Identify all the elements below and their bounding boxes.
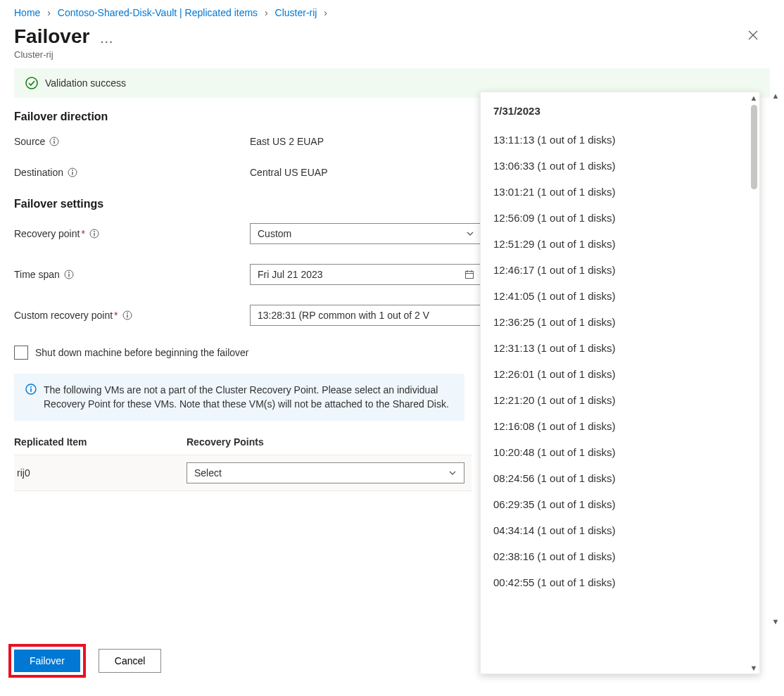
info-icon[interactable] [49, 137, 59, 146]
recovery-point-row-select[interactable]: Select [186, 462, 464, 483]
dropdown-item[interactable]: 12:41:05 (1 out of 1 disks) [493, 283, 755, 309]
time-span-datepicker[interactable]: Fri Jul 21 2023 [250, 264, 482, 285]
recovery-point-row-value: Select [194, 467, 222, 479]
dropdown-item[interactable]: 12:36:25 (1 out of 1 disks) [493, 309, 755, 335]
recovery-point-label: Recovery point [14, 228, 80, 239]
validation-success-text: Validation success [45, 77, 126, 89]
info-icon[interactable] [68, 167, 77, 177]
dropdown-item[interactable]: 12:46:17 (1 out of 1 disks) [493, 257, 755, 283]
required-indicator: * [114, 310, 118, 321]
info-circle-icon [25, 384, 37, 411]
svg-rect-19 [127, 315, 127, 318]
info-banner-text: The following VMs are not a part of the … [44, 384, 453, 411]
destination-label: Destination [14, 167, 63, 178]
table-header-item: Replicated Item [14, 436, 186, 448]
breadcrumb-cluster[interactable]: Cluster-rij [275, 7, 317, 18]
calendar-icon [464, 270, 474, 279]
dropdown-item[interactable]: 02:38:16 (1 out of 1 disks) [493, 543, 755, 569]
dropdown-item[interactable]: 12:31:13 (1 out of 1 disks) [493, 335, 755, 361]
dropdown-list: 13:11:13 (1 out of 1 disks) 13:06:33 (1 … [481, 127, 759, 595]
failover-button-highlight: Failover [8, 644, 86, 678]
svg-rect-13 [466, 272, 474, 279]
cancel-button[interactable]: Cancel [99, 649, 162, 673]
info-icon[interactable] [89, 229, 99, 239]
svg-rect-3 [54, 141, 55, 144]
dropdown-date-header: 7/31/2023 [481, 102, 759, 127]
destination-value: Central US EUAP [250, 167, 327, 178]
dropdown-item[interactable]: 10:20:48 (1 out of 1 disks) [493, 439, 755, 465]
svg-rect-9 [94, 233, 94, 236]
breadcrumb-sep: › [265, 7, 268, 18]
source-label: Source [14, 136, 45, 147]
svg-point-8 [94, 231, 95, 232]
table-cell-item-name: rij0 [14, 467, 186, 479]
dropdown-item[interactable]: 13:01:21 (1 out of 1 disks) [493, 179, 755, 205]
dropdown-item[interactable]: 06:29:35 (1 out of 1 disks) [493, 491, 755, 517]
breadcrumb-sep: › [324, 7, 327, 18]
chevron-down-icon [448, 469, 457, 477]
recovery-point-select[interactable]: Custom [250, 223, 482, 244]
breadcrumb-sep: › [47, 7, 51, 18]
svg-point-0 [26, 77, 37, 89]
page-subtitle: Cluster-rij [0, 48, 784, 68]
chevron-down-icon [466, 229, 474, 238]
dropdown-item[interactable]: 12:56:09 (1 out of 1 disks) [493, 205, 755, 231]
table-row: rij0 Select [14, 455, 472, 491]
svg-point-18 [127, 312, 128, 314]
svg-rect-6 [72, 172, 72, 175]
shutdown-label: Shut down machine before beginning the f… [35, 347, 249, 358]
required-indicator: * [81, 228, 84, 239]
breadcrumb: Home › Contoso-Shared-Disk-Vault | Repli… [0, 0, 784, 23]
scroll-thumb[interactable] [751, 105, 757, 189]
dropdown-item[interactable]: 00:42:55 (1 out of 1 disks) [493, 569, 755, 595]
custom-recovery-point-value: 13:28:31 (RP common with 1 out of 2 V [258, 310, 429, 321]
scroll-up-icon[interactable]: ▲ [772, 91, 780, 100]
time-span-label: Time span [14, 269, 60, 280]
recovery-point-value: Custom [258, 228, 291, 239]
custom-recovery-point-label: Custom recovery point [14, 310, 113, 321]
breadcrumb-home[interactable]: Home [14, 7, 40, 18]
scroll-down-icon[interactable]: ▼ [750, 664, 758, 672]
svg-rect-12 [68, 274, 69, 277]
shutdown-checkbox[interactable] [14, 346, 28, 360]
close-button[interactable] [740, 25, 766, 45]
svg-rect-22 [30, 388, 32, 392]
dropdown-item[interactable]: 04:34:14 (1 out of 1 disks) [493, 517, 755, 543]
custom-recovery-point-select[interactable]: 13:28:31 (RP common with 1 out of 2 V [250, 305, 482, 326]
check-circle-icon [25, 77, 38, 89]
scroll-up-icon[interactable]: ▲ [750, 94, 758, 102]
time-span-value: Fri Jul 21 2023 [258, 269, 323, 280]
dropdown-scrollbar[interactable]: ▲ ▼ [748, 92, 759, 673]
info-banner: The following VMs are not a part of the … [14, 374, 464, 421]
failover-button[interactable]: Failover [14, 650, 80, 672]
svg-point-5 [72, 170, 73, 171]
source-value: East US 2 EUAP [250, 136, 324, 147]
dropdown-item[interactable]: 12:16:08 (1 out of 1 disks) [493, 413, 755, 439]
recovery-point-dropdown[interactable]: 7/31/2023 13:11:13 (1 out of 1 disks) 13… [480, 91, 760, 674]
table-header-recovery-points: Recovery Points [186, 436, 472, 448]
dropdown-item[interactable]: 12:51:29 (1 out of 1 disks) [493, 231, 755, 257]
dropdown-item[interactable]: 12:26:01 (1 out of 1 disks) [493, 361, 755, 387]
close-icon [747, 30, 759, 41]
more-actions-button[interactable]: … [99, 30, 114, 46]
info-icon[interactable] [122, 310, 132, 320]
svg-point-11 [68, 272, 70, 273]
dropdown-item[interactable]: 08:24:56 (1 out of 1 disks) [493, 465, 755, 491]
dropdown-item[interactable]: 12:21:20 (1 out of 1 disks) [493, 387, 755, 413]
replicated-items-table: Replicated Item Recovery Points rij0 Sel… [14, 436, 472, 491]
dropdown-item[interactable]: 13:06:33 (1 out of 1 disks) [493, 153, 755, 179]
page-title: Failover [14, 25, 89, 48]
info-icon[interactable] [64, 270, 74, 279]
scroll-down-icon[interactable]: ▼ [772, 617, 780, 626]
panel-scrollbar[interactable]: ▲ ▼ [770, 91, 781, 626]
svg-point-21 [30, 386, 32, 388]
dropdown-item[interactable]: 13:11:13 (1 out of 1 disks) [493, 127, 755, 153]
svg-point-2 [53, 139, 55, 140]
breadcrumb-vault[interactable]: Contoso-Shared-Disk-Vault | Replicated i… [58, 7, 258, 18]
